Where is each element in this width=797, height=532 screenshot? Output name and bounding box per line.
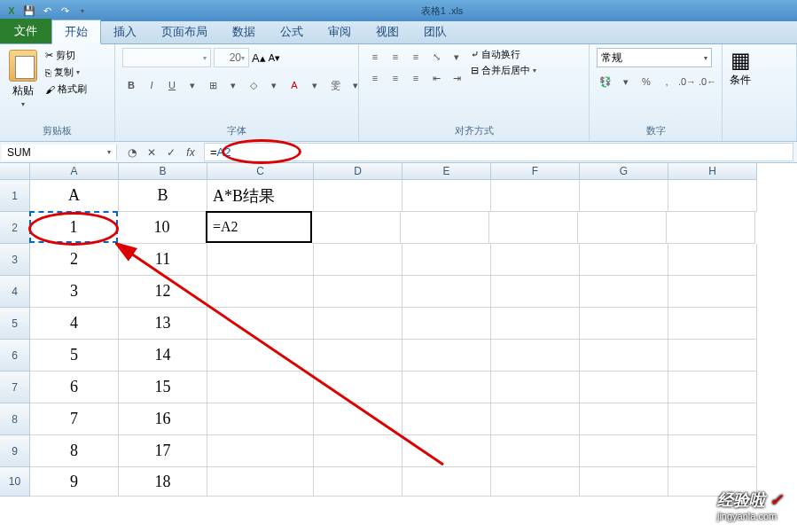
align-middle-icon[interactable]: ≡ bbox=[387, 48, 404, 66]
tab-insert[interactable]: 插入 bbox=[101, 20, 149, 43]
cell-D9[interactable] bbox=[314, 435, 402, 467]
cell-D1[interactable] bbox=[314, 180, 402, 212]
copy-button[interactable]: ⎘复制▾ bbox=[44, 65, 88, 80]
decrease-indent-icon[interactable]: ⇤ bbox=[427, 69, 445, 87]
number-format-combo[interactable]: 常规▾ bbox=[597, 48, 712, 67]
cell-B1[interactable]: B bbox=[119, 180, 207, 212]
cell-G9[interactable] bbox=[580, 435, 668, 467]
cell-B4[interactable]: 12 bbox=[119, 276, 207, 308]
cell-A4[interactable]: 3 bbox=[30, 276, 119, 308]
cell-G4[interactable] bbox=[580, 276, 668, 308]
cell-D7[interactable] bbox=[314, 372, 402, 403]
cell-D6[interactable] bbox=[314, 340, 402, 372]
cell-B6[interactable]: 14 bbox=[119, 340, 207, 372]
cell-G10[interactable] bbox=[580, 467, 668, 497]
tab-formulas[interactable]: 公式 bbox=[268, 20, 316, 43]
decrease-decimal-icon[interactable]: .0← bbox=[699, 73, 716, 90]
col-header-e[interactable]: E bbox=[402, 163, 491, 180]
row-header-8[interactable]: 8 bbox=[0, 403, 30, 435]
align-bottom-icon[interactable]: ≡ bbox=[407, 48, 425, 66]
tab-data[interactable]: 数据 bbox=[220, 20, 268, 43]
cell-E10[interactable] bbox=[402, 467, 491, 497]
cell-C7[interactable] bbox=[207, 372, 314, 403]
cancel-formula-button[interactable]: ✕ bbox=[144, 145, 160, 160]
cell-A6[interactable]: 5 bbox=[30, 340, 119, 372]
row-header-7[interactable]: 7 bbox=[0, 372, 30, 403]
format-painter-button[interactable]: 🖌格式刷 bbox=[44, 82, 88, 97]
confirm-formula-button[interactable]: ✓ bbox=[163, 145, 179, 160]
cell-F3[interactable] bbox=[491, 244, 580, 276]
cell-E3[interactable] bbox=[402, 244, 491, 276]
cell-H3[interactable] bbox=[668, 244, 757, 276]
cell-H6[interactable] bbox=[668, 340, 757, 372]
cell-H9[interactable] bbox=[668, 435, 757, 467]
cell-H8[interactable] bbox=[668, 403, 757, 435]
increase-decimal-icon[interactable]: .0→ bbox=[678, 73, 696, 90]
cell-C2[interactable]: =A2 bbox=[206, 211, 312, 243]
cell-E7[interactable] bbox=[402, 372, 491, 403]
cell-C6[interactable] bbox=[207, 340, 314, 372]
cell-D4[interactable] bbox=[314, 276, 402, 308]
save-icon[interactable]: 💾 bbox=[21, 3, 37, 19]
cell-E9[interactable] bbox=[402, 435, 491, 467]
cell-E4[interactable] bbox=[402, 276, 491, 308]
cell-F2[interactable] bbox=[489, 212, 578, 244]
app-icon[interactable]: X bbox=[4, 3, 20, 19]
cell-F10[interactable] bbox=[491, 467, 580, 497]
cell-B10[interactable]: 18 bbox=[119, 467, 207, 497]
cell-E8[interactable] bbox=[402, 403, 491, 435]
cell-B8[interactable]: 16 bbox=[119, 403, 207, 435]
cell-D3[interactable] bbox=[314, 244, 402, 276]
col-header-b[interactable]: B bbox=[119, 163, 207, 180]
row-header-9[interactable]: 9 bbox=[0, 435, 30, 467]
row-header-10[interactable]: 10 bbox=[0, 467, 30, 497]
decrease-font-icon[interactable]: A▾ bbox=[269, 52, 280, 64]
col-header-d[interactable]: D bbox=[314, 163, 402, 180]
cell-D5[interactable] bbox=[314, 308, 402, 340]
cell-G7[interactable] bbox=[580, 372, 668, 403]
align-top-icon[interactable]: ≡ bbox=[366, 48, 384, 66]
tab-page-layout[interactable]: 页面布局 bbox=[149, 20, 220, 43]
qat-more-icon[interactable]: ▾ bbox=[74, 3, 90, 19]
row-header-2[interactable]: 2 bbox=[0, 212, 30, 244]
cell-C5[interactable] bbox=[207, 308, 314, 340]
font-name-combo[interactable]: ▾ bbox=[122, 48, 211, 67]
wrap-text-button[interactable]: ⤶自动换行 bbox=[471, 48, 536, 61]
cut-button[interactable]: ✂剪切 bbox=[44, 48, 88, 63]
align-left-icon[interactable]: ≡ bbox=[366, 69, 384, 87]
cell-E6[interactable] bbox=[402, 340, 491, 372]
orientation-icon[interactable]: ⤡ bbox=[427, 48, 445, 66]
cell-G1[interactable] bbox=[580, 180, 668, 212]
font-color-icon[interactable]: A bbox=[285, 76, 303, 94]
tab-team[interactable]: 团队 bbox=[411, 20, 459, 43]
currency-icon[interactable]: 💱 bbox=[597, 73, 614, 90]
cell-G8[interactable] bbox=[580, 403, 668, 435]
name-box[interactable]: SUM▾ bbox=[2, 145, 117, 160]
cell-A8[interactable]: 7 bbox=[30, 403, 119, 435]
italic-button[interactable]: I bbox=[143, 76, 160, 94]
cell-C3[interactable] bbox=[207, 244, 314, 276]
row-header-5[interactable]: 5 bbox=[0, 308, 30, 340]
cell-A1[interactable]: A bbox=[30, 180, 119, 212]
tab-review[interactable]: 审阅 bbox=[316, 20, 363, 43]
cell-H1[interactable] bbox=[668, 180, 757, 212]
tab-home[interactable]: 开始 bbox=[51, 20, 101, 44]
cell-H7[interactable] bbox=[668, 372, 757, 403]
cell-G6[interactable] bbox=[580, 340, 668, 372]
col-header-c[interactable]: C bbox=[207, 163, 314, 180]
tab-view[interactable]: 视图 bbox=[363, 20, 411, 43]
row-header-6[interactable]: 6 bbox=[0, 340, 30, 372]
percent-icon[interactable]: % bbox=[637, 73, 655, 90]
cell-B7[interactable]: 15 bbox=[119, 372, 207, 403]
cell-C1[interactable]: A*B结果 bbox=[207, 180, 314, 212]
formula-input[interactable]: =A2 bbox=[204, 143, 793, 161]
cell-H4[interactable] bbox=[668, 276, 757, 308]
col-header-a[interactable]: A bbox=[30, 163, 119, 180]
fill-color-icon[interactable]: ◇ bbox=[245, 76, 262, 94]
merge-center-button[interactable]: ⊟合并后居中▾ bbox=[471, 64, 536, 77]
row-header-3[interactable]: 3 bbox=[0, 244, 30, 276]
cell-H2[interactable] bbox=[667, 212, 755, 244]
comma-icon[interactable]: , bbox=[658, 73, 676, 90]
cell-E2[interactable] bbox=[401, 212, 489, 244]
cell-D8[interactable] bbox=[314, 403, 402, 435]
